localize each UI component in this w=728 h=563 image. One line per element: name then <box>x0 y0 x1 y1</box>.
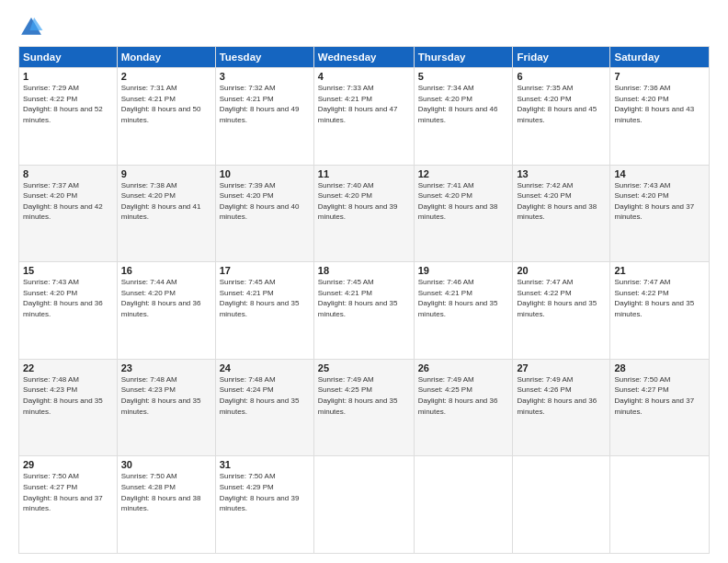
day-number: 9 <box>121 168 211 179</box>
day-number: 23 <box>121 362 211 373</box>
calendar-cell <box>313 456 414 554</box>
day-info: Sunrise: 7:50 AMSunset: 4:29 PMDaylight:… <box>220 471 310 513</box>
day-number: 14 <box>614 168 705 179</box>
day-number: 10 <box>220 168 310 179</box>
calendar-cell: 18Sunrise: 7:45 AMSunset: 4:21 PMDayligh… <box>313 262 414 360</box>
calendar-cell: 26Sunrise: 7:49 AMSunset: 4:25 PMDayligh… <box>414 359 513 456</box>
calendar-header-row: SundayMondayTuesdayWednesdayThursdayFrid… <box>19 47 710 68</box>
day-info: Sunrise: 7:49 AMSunset: 4:25 PMDaylight:… <box>318 374 410 417</box>
calendar-cell: 20Sunrise: 7:47 AMSunset: 4:22 PMDayligh… <box>513 262 610 360</box>
logo <box>18 15 48 40</box>
day-info: Sunrise: 7:41 AMSunset: 4:20 PMDaylight:… <box>418 180 509 223</box>
day-number: 31 <box>220 459 310 470</box>
calendar-header-thursday: Thursday <box>414 47 513 68</box>
day-number: 28 <box>614 362 705 373</box>
day-info: Sunrise: 7:38 AMSunset: 4:20 PMDaylight:… <box>121 180 211 223</box>
calendar-cell <box>513 456 610 554</box>
calendar-week-2: 8Sunrise: 7:37 AMSunset: 4:20 PMDaylight… <box>19 165 710 262</box>
day-info: Sunrise: 7:36 AMSunset: 4:20 PMDaylight:… <box>614 83 705 125</box>
calendar-cell: 31Sunrise: 7:50 AMSunset: 4:29 PMDayligh… <box>215 456 313 554</box>
day-info: Sunrise: 7:32 AMSunset: 4:21 PMDaylight:… <box>220 83 310 125</box>
calendar-cell: 12Sunrise: 7:41 AMSunset: 4:20 PMDayligh… <box>414 165 513 262</box>
day-info: Sunrise: 7:39 AMSunset: 4:20 PMDaylight:… <box>220 180 310 223</box>
calendar-cell: 21Sunrise: 7:47 AMSunset: 4:22 PMDayligh… <box>610 262 710 360</box>
calendar-cell: 25Sunrise: 7:49 AMSunset: 4:25 PMDayligh… <box>313 359 414 456</box>
calendar-cell: 8Sunrise: 7:37 AMSunset: 4:20 PMDaylight… <box>19 165 118 262</box>
calendar: SundayMondayTuesdayWednesdayThursdayFrid… <box>18 46 710 554</box>
day-number: 25 <box>318 362 410 373</box>
day-number: 30 <box>121 459 211 470</box>
day-number: 4 <box>318 71 410 82</box>
day-number: 18 <box>318 265 410 276</box>
day-info: Sunrise: 7:46 AMSunset: 4:21 PMDaylight:… <box>418 277 509 319</box>
day-info: Sunrise: 7:33 AMSunset: 4:21 PMDaylight:… <box>318 83 410 125</box>
day-number: 13 <box>517 168 606 179</box>
calendar-cell: 30Sunrise: 7:50 AMSunset: 4:28 PMDayligh… <box>117 456 215 554</box>
calendar-cell: 2Sunrise: 7:31 AMSunset: 4:21 PMDaylight… <box>117 68 215 166</box>
calendar-week-3: 15Sunrise: 7:43 AMSunset: 4:20 PMDayligh… <box>19 262 710 360</box>
day-info: Sunrise: 7:50 AMSunset: 4:27 PMDaylight:… <box>23 471 113 513</box>
day-number: 21 <box>614 265 705 276</box>
day-number: 22 <box>23 362 113 373</box>
day-number: 26 <box>418 362 509 373</box>
calendar-cell: 6Sunrise: 7:35 AMSunset: 4:20 PMDaylight… <box>513 68 610 166</box>
calendar-cell <box>610 456 710 554</box>
day-info: Sunrise: 7:37 AMSunset: 4:20 PMDaylight:… <box>23 180 113 223</box>
calendar-cell: 7Sunrise: 7:36 AMSunset: 4:20 PMDaylight… <box>610 68 710 166</box>
header <box>18 15 710 40</box>
calendar-cell: 28Sunrise: 7:50 AMSunset: 4:27 PMDayligh… <box>610 359 710 456</box>
day-info: Sunrise: 7:35 AMSunset: 4:20 PMDaylight:… <box>517 83 606 125</box>
day-info: Sunrise: 7:48 AMSunset: 4:23 PMDaylight:… <box>121 374 211 417</box>
calendar-cell: 23Sunrise: 7:48 AMSunset: 4:23 PMDayligh… <box>117 359 215 456</box>
day-info: Sunrise: 7:47 AMSunset: 4:22 PMDaylight:… <box>614 277 705 319</box>
page: SundayMondayTuesdayWednesdayThursdayFrid… <box>0 0 728 563</box>
day-number: 16 <box>121 265 211 276</box>
day-number: 24 <box>220 362 310 373</box>
day-info: Sunrise: 7:43 AMSunset: 4:20 PMDaylight:… <box>23 277 113 319</box>
day-number: 7 <box>614 71 705 82</box>
calendar-cell: 10Sunrise: 7:39 AMSunset: 4:20 PMDayligh… <box>215 165 313 262</box>
calendar-cell <box>414 456 513 554</box>
day-info: Sunrise: 7:45 AMSunset: 4:21 PMDaylight:… <box>318 277 410 319</box>
day-info: Sunrise: 7:49 AMSunset: 4:25 PMDaylight:… <box>418 374 509 417</box>
calendar-header-wednesday: Wednesday <box>313 47 414 68</box>
day-info: Sunrise: 7:42 AMSunset: 4:20 PMDaylight:… <box>517 180 606 223</box>
calendar-header-saturday: Saturday <box>610 47 710 68</box>
calendar-week-5: 29Sunrise: 7:50 AMSunset: 4:27 PMDayligh… <box>19 456 710 554</box>
day-info: Sunrise: 7:48 AMSunset: 4:23 PMDaylight:… <box>23 374 113 417</box>
calendar-cell: 16Sunrise: 7:44 AMSunset: 4:20 PMDayligh… <box>117 262 215 360</box>
day-info: Sunrise: 7:29 AMSunset: 4:22 PMDaylight:… <box>23 83 113 125</box>
day-info: Sunrise: 7:40 AMSunset: 4:20 PMDaylight:… <box>318 180 410 223</box>
calendar-week-4: 22Sunrise: 7:48 AMSunset: 4:23 PMDayligh… <box>19 359 710 456</box>
day-number: 11 <box>318 168 410 179</box>
day-number: 19 <box>418 265 509 276</box>
calendar-header-sunday: Sunday <box>19 47 118 68</box>
calendar-header-tuesday: Tuesday <box>215 47 313 68</box>
day-info: Sunrise: 7:50 AMSunset: 4:27 PMDaylight:… <box>614 374 705 417</box>
calendar-cell: 11Sunrise: 7:40 AMSunset: 4:20 PMDayligh… <box>313 165 414 262</box>
calendar-cell: 1Sunrise: 7:29 AMSunset: 4:22 PMDaylight… <box>19 68 118 166</box>
day-number: 12 <box>418 168 509 179</box>
day-info: Sunrise: 7:47 AMSunset: 4:22 PMDaylight:… <box>517 277 606 319</box>
calendar-cell: 17Sunrise: 7:45 AMSunset: 4:21 PMDayligh… <box>215 262 313 360</box>
day-info: Sunrise: 7:31 AMSunset: 4:21 PMDaylight:… <box>121 83 211 125</box>
day-number: 29 <box>23 459 113 470</box>
calendar-cell: 3Sunrise: 7:32 AMSunset: 4:21 PMDaylight… <box>215 68 313 166</box>
day-number: 3 <box>220 71 310 82</box>
day-number: 6 <box>517 71 606 82</box>
calendar-cell: 9Sunrise: 7:38 AMSunset: 4:20 PMDaylight… <box>117 165 215 262</box>
calendar-cell: 27Sunrise: 7:49 AMSunset: 4:26 PMDayligh… <box>513 359 610 456</box>
day-number: 5 <box>418 71 509 82</box>
calendar-cell: 14Sunrise: 7:43 AMSunset: 4:20 PMDayligh… <box>610 165 710 262</box>
day-info: Sunrise: 7:48 AMSunset: 4:24 PMDaylight:… <box>220 374 310 417</box>
logo-icon <box>18 15 44 40</box>
day-number: 27 <box>517 362 606 373</box>
day-info: Sunrise: 7:43 AMSunset: 4:20 PMDaylight:… <box>614 180 705 223</box>
day-number: 1 <box>23 71 113 82</box>
calendar-cell: 13Sunrise: 7:42 AMSunset: 4:20 PMDayligh… <box>513 165 610 262</box>
calendar-cell: 15Sunrise: 7:43 AMSunset: 4:20 PMDayligh… <box>19 262 118 360</box>
calendar-cell: 22Sunrise: 7:48 AMSunset: 4:23 PMDayligh… <box>19 359 118 456</box>
day-number: 17 <box>220 265 310 276</box>
calendar-header-friday: Friday <box>513 47 610 68</box>
day-info: Sunrise: 7:44 AMSunset: 4:20 PMDaylight:… <box>121 277 211 319</box>
